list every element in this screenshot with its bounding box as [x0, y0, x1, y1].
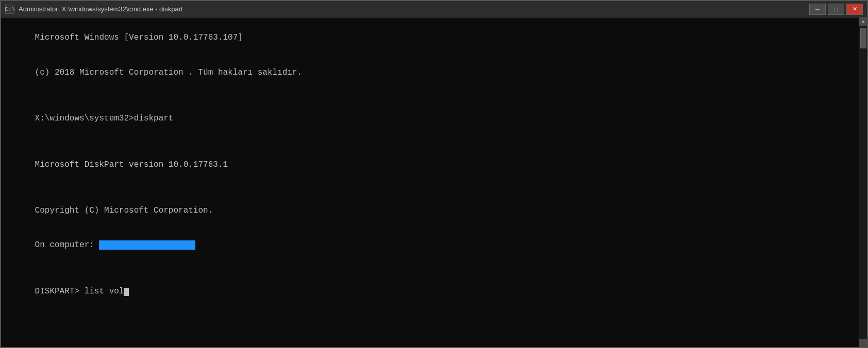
- cursor: [124, 288, 129, 296]
- console-line-5: [5, 136, 863, 147]
- scrollbar-corner: [859, 339, 867, 347]
- scrollbar-track[interactable]: [859, 26, 867, 339]
- redacted-computer-name: [99, 240, 195, 250]
- minimize-button[interactable]: ─: [809, 4, 826, 15]
- console-line-8: Copyright (C) Microsoft Corporation.: [5, 194, 863, 228]
- console-line-6: Microsoft DiskPart version 10.0.17763.1: [5, 147, 863, 182]
- console-line-1: Microsoft Windows [Version 10.0.17763.10…: [5, 21, 863, 55]
- scroll-up-arrow[interactable]: ▲: [859, 18, 867, 26]
- scrollbar-thumb[interactable]: [860, 28, 866, 48]
- console-line-11[interactable]: DISKPART> list vol: [5, 274, 863, 309]
- console-line-2: (c) 2018 Microsoft Corporation . Tüm hak…: [5, 55, 863, 90]
- title-bar: C:\ Administrator: X:\windows\system32\c…: [1, 1, 867, 18]
- maximize-button[interactable]: □: [828, 4, 844, 15]
- console-line-9: On computer:: [5, 228, 863, 263]
- console-output[interactable]: Microsoft Windows [Version 10.0.17763.10…: [1, 18, 867, 347]
- close-button[interactable]: ✕: [846, 4, 863, 15]
- scrollbar-right[interactable]: ▲ ▼: [859, 18, 867, 347]
- cmd-window: C:\ Administrator: X:\windows\system32\c…: [0, 0, 868, 348]
- console-line-4: X:\windows\system32>diskpart: [5, 101, 863, 136]
- console-line-3: [5, 90, 863, 101]
- window-controls: ─ □ ✕: [809, 4, 863, 15]
- window-title: Administrator: X:\windows\system32\cmd.e…: [19, 5, 183, 13]
- console-line-10: [5, 263, 863, 274]
- console-line-7: [5, 182, 863, 193]
- cmd-icon: C:\: [5, 5, 14, 14]
- title-bar-left: C:\ Administrator: X:\windows\system32\c…: [5, 5, 183, 14]
